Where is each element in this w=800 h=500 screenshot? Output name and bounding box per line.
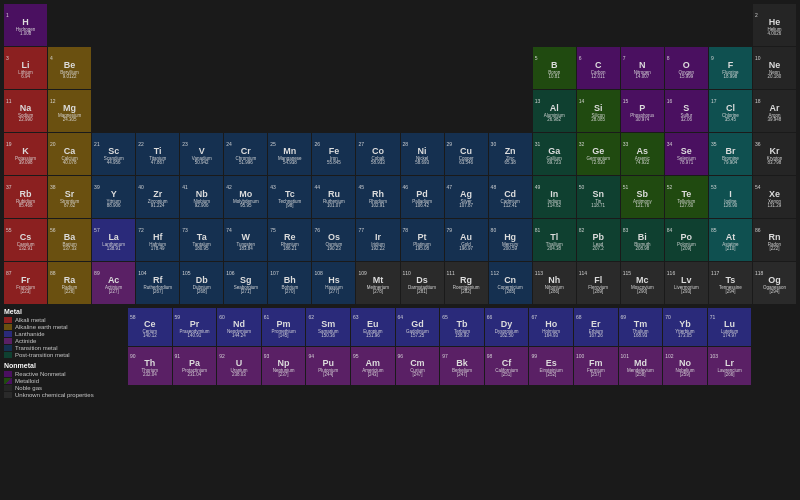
element-rh[interactable]: 45RhRhodium102.91 — [356, 176, 399, 218]
element-ho[interactable]: 67HoHolmium164.93 — [529, 308, 573, 346]
element-hs[interactable]: 108HsHassium[277] — [312, 262, 355, 304]
element-sm[interactable]: 62SmSamarium150.36 — [306, 308, 350, 346]
element-pm[interactable]: 61PmPromethium[145] — [262, 308, 306, 346]
element-zr[interactable]: 40ZrZirconium91.224 — [136, 176, 179, 218]
element-pu[interactable]: 94PuPlutonium[244] — [306, 347, 350, 385]
element-n[interactable]: 7NNitrogen14.007 — [621, 47, 664, 89]
element-pa[interactable]: 91PaProtactinium231.04 — [173, 347, 217, 385]
element-mc[interactable]: 115McMoscovium[290] — [621, 262, 664, 304]
element-og[interactable]: 118OgOganesson[294] — [753, 262, 796, 304]
element-ra[interactable]: 88RaRadium[226] — [48, 262, 91, 304]
element-au[interactable]: 79AuGold196.97 — [445, 219, 488, 261]
element-sc[interactable]: 21ScScandium44.956 — [92, 133, 135, 175]
element-bi[interactable]: 83BiBismuth208.98 — [621, 219, 664, 261]
element-li[interactable]: 3LiLithium6.94 — [4, 47, 47, 89]
element-ts[interactable]: 117TsTennessine[294] — [709, 262, 752, 304]
element-fe[interactable]: 26FeIron55.845 — [312, 133, 355, 175]
element-hg[interactable]: 80HgMercury200.59 — [489, 219, 532, 261]
element-fl[interactable]: 114FlFlerovium[289] — [577, 262, 620, 304]
element-np[interactable]: 93NpNeptunium[237] — [262, 347, 306, 385]
element-in[interactable]: 49InIndium114.82 — [533, 176, 576, 218]
element-u[interactable]: 92UUranium238.03 — [217, 347, 261, 385]
element-ti[interactable]: 22TiTitanium47.867 — [136, 133, 179, 175]
element-b[interactable]: 5BBoron10.81 — [533, 47, 576, 89]
element-se[interactable]: 34SeSelenium78.971 — [665, 133, 708, 175]
element-no[interactable]: 102NoNobelium[259] — [663, 347, 707, 385]
element-tc[interactable]: 43TcTechnetium[98] — [268, 176, 311, 218]
element-rn[interactable]: 86RnRadon[222] — [753, 219, 796, 261]
element-pt[interactable]: 78PtPlatinum195.08 — [401, 219, 444, 261]
element-k[interactable]: 19KPotassium39.098 — [4, 133, 47, 175]
element-v[interactable]: 23VVanadium50.942 — [180, 133, 223, 175]
element-as[interactable]: 33AsArsenic74.922 — [621, 133, 664, 175]
element-bh[interactable]: 107BhBohrium[270] — [268, 262, 311, 304]
element-mg[interactable]: 12MgMagnesium24.305 — [48, 90, 91, 132]
element-ne[interactable]: 10NeNeon20.180 — [753, 47, 796, 89]
element-mt[interactable]: 109MtMeitnerium[278] — [356, 262, 399, 304]
element-lu[interactable]: 71LuLutetium174.97 — [708, 308, 752, 346]
element-ac[interactable]: 89AcActinium[227] — [92, 262, 135, 304]
element-s[interactable]: 16SSulfur32.06 — [665, 90, 708, 132]
element-md[interactable]: 101MdMendelevium[258] — [619, 347, 663, 385]
element-fr[interactable]: 87FrFrancium[223] — [4, 262, 47, 304]
element-lv[interactable]: 116LvLivermorium[293] — [665, 262, 708, 304]
element-xe[interactable]: 54XeXenon131.29 — [753, 176, 796, 218]
element-nh[interactable]: 113NhNihonium[286] — [533, 262, 576, 304]
element-mo[interactable]: 42MoMolybdenum95.95 — [224, 176, 267, 218]
element-cn[interactable]: 112CnCopernicium[285] — [489, 262, 532, 304]
element-ca[interactable]: 20CaCalcium40.078 — [48, 133, 91, 175]
element-lr[interactable]: 103LrLawrencium[266] — [708, 347, 752, 385]
element-al[interactable]: 13AlAluminium26.982 — [533, 90, 576, 132]
element-ce[interactable]: 58CeCerium140.12 — [128, 308, 172, 346]
element-ta[interactable]: 73TaTantalum180.95 — [180, 219, 223, 261]
element-ga[interactable]: 31GaGallium69.723 — [533, 133, 576, 175]
element-na[interactable]: 11NaSodium22.990 — [4, 90, 47, 132]
element-mn[interactable]: 25MnManganese54.938 — [268, 133, 311, 175]
element-be[interactable]: 4BeBeryllium9.0122 — [48, 47, 91, 89]
element-gd[interactable]: 64GdGadolinium157.25 — [396, 308, 440, 346]
element-sr[interactable]: 38SrStrontium87.62 — [48, 176, 91, 218]
element-te[interactable]: 52TeTellurium127.60 — [665, 176, 708, 218]
element-cs[interactable]: 55CsCaesium132.91 — [4, 219, 47, 261]
element-th[interactable]: 90ThThorium232.04 — [128, 347, 172, 385]
element-re[interactable]: 75ReRhenium186.21 — [268, 219, 311, 261]
element-y[interactable]: 39YYttrium88.906 — [92, 176, 135, 218]
element-pb[interactable]: 82PbLead207.2 — [577, 219, 620, 261]
element-dy[interactable]: 66DyDysprosium162.50 — [485, 308, 529, 346]
element-cr[interactable]: 24CrChromium51.996 — [224, 133, 267, 175]
element-nd[interactable]: 60NdNeodymium144.24 — [217, 308, 261, 346]
element-tl[interactable]: 81TlThallium204.38 — [533, 219, 576, 261]
element-kr[interactable]: 36KrKrypton83.798 — [753, 133, 796, 175]
element-p[interactable]: 15PPhosphorus30.974 — [621, 90, 664, 132]
element-cu[interactable]: 29CuCopper63.546 — [445, 133, 488, 175]
element-sn[interactable]: 50SnTin118.71 — [577, 176, 620, 218]
element-ag[interactable]: 47AgSilver107.87 — [445, 176, 488, 218]
element-c[interactable]: 6CCarbon12.011 — [577, 47, 620, 89]
element-eu[interactable]: 63EuEuropium151.96 — [351, 308, 395, 346]
element-cm[interactable]: 96CmCurium[247] — [396, 347, 440, 385]
element-es[interactable]: 99EsEinsteinium[252] — [529, 347, 573, 385]
element-h[interactable]: 1HHydrogen1.008 — [4, 4, 47, 46]
element-cd[interactable]: 48CdCadmium112.41 — [489, 176, 532, 218]
element-f[interactable]: 9FFluorine18.998 — [709, 47, 752, 89]
element-pd[interactable]: 46PdPalladium106.42 — [401, 176, 444, 218]
element-cl[interactable]: 17ClChlorine35.45 — [709, 90, 752, 132]
element-la[interactable]: 57LaLanthanum138.91 — [92, 219, 135, 261]
element-ba[interactable]: 56BaBarium137.33 — [48, 219, 91, 261]
element-cf[interactable]: 98CfCalifornium[251] — [485, 347, 529, 385]
element-br[interactable]: 35BrBromine79.904 — [709, 133, 752, 175]
element-w[interactable]: 74WTungsten183.84 — [224, 219, 267, 261]
element-db[interactable]: 105DbDubnium[268] — [180, 262, 223, 304]
element-rf[interactable]: 104RfRutherfordium[267] — [136, 262, 179, 304]
element-ar[interactable]: 18ArArgon39.948 — [753, 90, 796, 132]
element-nb[interactable]: 41NbNiobium92.906 — [180, 176, 223, 218]
element-zn[interactable]: 30ZnZinc65.38 — [489, 133, 532, 175]
element-hf[interactable]: 72HfHafnium178.49 — [136, 219, 179, 261]
element-ru[interactable]: 44RuRuthenium101.07 — [312, 176, 355, 218]
element-rg[interactable]: 111RgRoentgenium[282] — [445, 262, 488, 304]
element-os[interactable]: 76OsOsmium190.23 — [312, 219, 355, 261]
element-pr[interactable]: 59PrPraseodymium140.91 — [173, 308, 217, 346]
element-ds[interactable]: 110DsDarmstadtium[281] — [401, 262, 444, 304]
element-ge[interactable]: 32GeGermanium72.630 — [577, 133, 620, 175]
element-bk[interactable]: 97BkBerkelium[247] — [440, 347, 484, 385]
